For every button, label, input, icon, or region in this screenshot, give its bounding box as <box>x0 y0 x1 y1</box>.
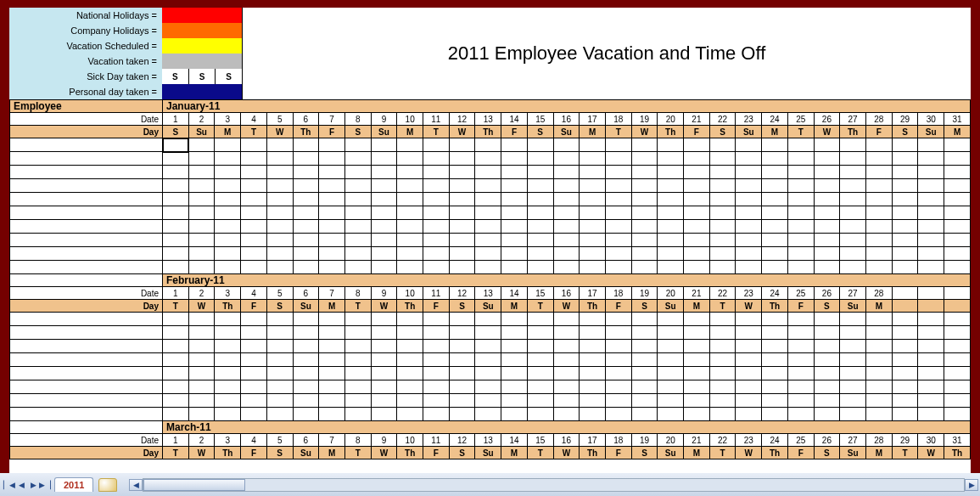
date-cell[interactable]: 12 <box>449 434 475 447</box>
employee-cell[interactable] <box>10 326 163 340</box>
data-cell[interactable] <box>631 367 658 380</box>
data-cell[interactable] <box>580 138 606 152</box>
horizontal-scrollbar[interactable]: ◀ ▶ <box>143 478 965 492</box>
data-cell[interactable] <box>241 220 267 234</box>
day-cell[interactable]: S <box>449 447 475 459</box>
date-cell[interactable]: 26 <box>814 287 840 300</box>
data-cell[interactable] <box>892 247 918 261</box>
day-cell[interactable]: M <box>580 126 606 138</box>
data-cell[interactable] <box>840 367 866 380</box>
data-cell[interactable] <box>319 234 345 247</box>
day-cell[interactable]: Th <box>580 300 606 313</box>
data-cell[interactable] <box>475 234 501 247</box>
calendar-table[interactable]: EmployeeJanuary-11Date123456789101112131… <box>9 99 971 459</box>
day-cell[interactable]: W <box>736 300 762 313</box>
data-cell[interactable] <box>814 193 840 206</box>
data-cell[interactable] <box>423 261 450 274</box>
date-cell[interactable]: 15 <box>527 434 553 447</box>
date-cell[interactable]: 9 <box>371 434 397 447</box>
data-cell[interactable] <box>344 179 371 193</box>
date-cell[interactable]: 1 <box>163 287 189 300</box>
data-cell[interactable] <box>631 193 658 206</box>
date-cell[interactable]: 22 <box>709 113 736 126</box>
data-cell[interactable] <box>658 313 684 326</box>
date-label[interactable]: Date <box>10 113 163 126</box>
data-cell[interactable] <box>266 234 293 247</box>
day-cell[interactable]: F <box>319 126 345 138</box>
data-cell[interactable] <box>449 166 475 179</box>
data-cell[interactable] <box>840 313 866 326</box>
data-cell[interactable] <box>293 261 319 274</box>
tab-nav-last-icon[interactable]: ▶▕ <box>39 478 51 492</box>
employee-cell[interactable] <box>10 353 163 367</box>
date-cell[interactable]: 12 <box>449 113 475 126</box>
data-cell[interactable] <box>319 394 345 408</box>
data-cell[interactable] <box>605 367 631 380</box>
data-cell[interactable] <box>553 340 580 353</box>
day-cell[interactable]: F <box>684 126 710 138</box>
data-cell[interactable] <box>631 206 658 220</box>
data-cell[interactable] <box>501 394 528 408</box>
data-cell[interactable] <box>865 193 892 206</box>
data-cell[interactable] <box>241 234 267 247</box>
data-cell[interactable] <box>631 138 658 152</box>
day-cell[interactable]: W <box>266 126 293 138</box>
data-cell[interactable] <box>918 367 944 380</box>
data-cell[interactable] <box>762 367 788 380</box>
data-cell[interactable] <box>423 313 450 326</box>
data-cell[interactable] <box>684 247 710 261</box>
data-cell[interactable] <box>684 408 710 421</box>
data-cell[interactable] <box>892 380 918 394</box>
data-cell[interactable] <box>501 166 528 179</box>
data-cell[interactable] <box>865 166 892 179</box>
data-cell[interactable] <box>527 340 553 353</box>
data-cell[interactable] <box>501 261 528 274</box>
data-cell[interactable] <box>840 179 866 193</box>
data-cell[interactable] <box>736 247 762 261</box>
date-cell[interactable]: 15 <box>527 113 553 126</box>
date-cell[interactable]: 23 <box>736 287 762 300</box>
data-cell[interactable] <box>787 152 814 166</box>
data-cell[interactable] <box>188 152 215 166</box>
data-cell[interactable] <box>892 206 918 220</box>
data-cell[interactable] <box>423 220 450 234</box>
data-cell[interactable] <box>215 394 241 408</box>
data-cell[interactable] <box>814 261 840 274</box>
tab-nav-next-icon[interactable]: ▶ <box>27 478 39 492</box>
day-cell[interactable]: S <box>163 126 189 138</box>
data-cell[interactable] <box>658 138 684 152</box>
day-cell[interactable]: W <box>631 126 658 138</box>
data-cell[interactable] <box>188 380 215 394</box>
data-cell[interactable] <box>475 261 501 274</box>
data-cell[interactable] <box>865 408 892 421</box>
data-cell[interactable] <box>397 340 423 353</box>
data-cell[interactable] <box>266 394 293 408</box>
data-cell[interactable] <box>293 367 319 380</box>
data-cell[interactable] <box>163 138 189 152</box>
data-cell[interactable] <box>188 247 215 261</box>
employee-cell[interactable] <box>10 166 163 179</box>
data-cell[interactable] <box>684 166 710 179</box>
data-cell[interactable] <box>814 152 840 166</box>
data-cell[interactable] <box>944 179 971 193</box>
data-cell[interactable] <box>605 326 631 340</box>
day-cell[interactable]: F <box>605 447 631 459</box>
data-cell[interactable] <box>188 220 215 234</box>
data-cell[interactable] <box>709 247 736 261</box>
data-cell[interactable] <box>658 340 684 353</box>
day-cell[interactable]: M <box>501 447 528 459</box>
data-cell[interactable] <box>293 206 319 220</box>
data-cell[interactable] <box>215 261 241 274</box>
data-cell[interactable] <box>344 166 371 179</box>
date-cell[interactable]: 13 <box>475 113 501 126</box>
data-cell[interactable] <box>605 152 631 166</box>
month-header[interactable]: March-11 <box>163 421 971 434</box>
data-cell[interactable] <box>163 193 189 206</box>
day-cell[interactable]: S <box>814 300 840 313</box>
data-cell[interactable] <box>397 313 423 326</box>
data-cell[interactable] <box>266 380 293 394</box>
data-cell[interactable] <box>423 247 450 261</box>
data-cell[interactable] <box>188 367 215 380</box>
day-cell[interactable]: Th <box>658 126 684 138</box>
data-cell[interactable] <box>631 408 658 421</box>
